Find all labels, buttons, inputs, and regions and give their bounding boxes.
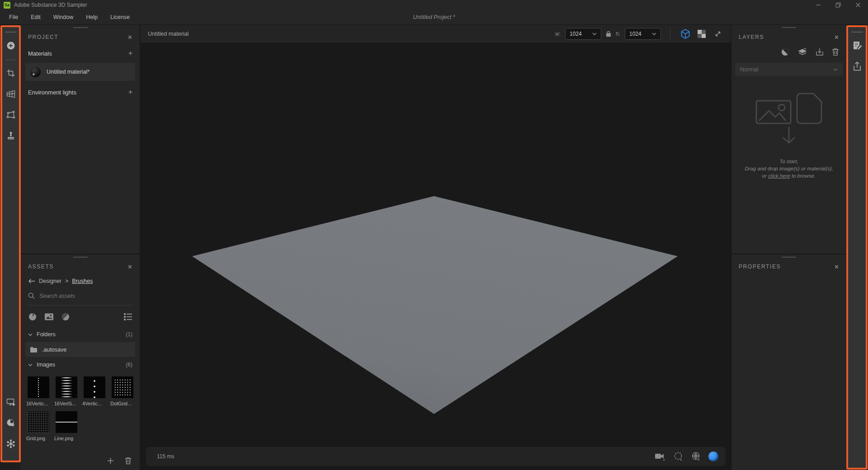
filter-smart-materials-icon[interactable] [61, 312, 70, 321]
materials-section-header[interactable]: Materials + [21, 45, 140, 62]
fullscreen-icon[interactable] [712, 28, 724, 40]
environment-settings-icon[interactable] [3, 415, 19, 431]
add-material-icon[interactable]: + [128, 50, 132, 57]
view-3d-icon[interactable] [679, 28, 691, 40]
material-plane [192, 196, 678, 414]
width-select[interactable]: 1024 [565, 28, 601, 40]
images-label: Images [37, 362, 55, 368]
asset-label: DotGrid... [110, 401, 135, 406]
folders-group-header[interactable]: Folders (1) [21, 327, 140, 342]
asset-image-item[interactable]: Grid.png [27, 411, 50, 441]
close-icon[interactable] [848, 0, 868, 10]
delete-layer-icon[interactable] [832, 48, 839, 56]
project-panel-drag-handle[interactable] [73, 27, 88, 28]
viewport-3d-canvas[interactable] [141, 43, 731, 470]
share-export-icon[interactable] [849, 59, 865, 74]
right-panel-column: LAYERS ✕ Normal [731, 25, 846, 470]
properties-panel-drag-handle[interactable] [782, 257, 796, 258]
dropzone-icons [755, 93, 822, 124]
lock-aspect-icon[interactable] [606, 31, 611, 37]
add-asset-icon[interactable] [107, 457, 114, 464]
filter-materials-icon[interactable] [28, 312, 37, 321]
folder-item-autosave[interactable]: .autosave [25, 342, 135, 357]
height-value: 1024 [629, 31, 642, 37]
minimize-icon[interactable] [808, 0, 828, 10]
environment-rotation-icon[interactable] [691, 451, 701, 461]
file-placeholder-icon [796, 93, 822, 124]
viewport-bottom-icons [655, 451, 718, 461]
perspective-grid-tool-icon[interactable] [3, 86, 19, 102]
environment-lights-section-header[interactable]: Environment lights + [21, 84, 140, 101]
menu-edit[interactable]: Edit [24, 14, 47, 20]
dropzone-line3-pre: or [762, 173, 768, 179]
view-2d-icon[interactable] [696, 28, 708, 40]
asset-label: Line.png [54, 436, 79, 441]
menu-license[interactable]: License [104, 14, 136, 20]
plugins-icon[interactable] [3, 436, 19, 451]
crop-tool-icon[interactable] [3, 66, 19, 81]
search-input[interactable] [39, 293, 121, 299]
toolbar-drag-handle[interactable] [851, 32, 863, 33]
asset-thumbnail [27, 411, 50, 433]
asset-image-item[interactable]: 16VertS... [55, 376, 78, 406]
folder-name: .autosave [42, 347, 66, 353]
image-grid: 16Vertic... 16VertS... 4Vertic... DotGri… [21, 372, 140, 445]
breadcrumb-separator: > [65, 278, 68, 284]
turntable-icon[interactable] [673, 451, 683, 461]
image-placeholder-icon [755, 100, 792, 124]
asset-label: 16VertS... [54, 401, 79, 406]
camera-icon[interactable] [655, 452, 665, 461]
viewport-header: Untitled material w: 1024 h: 1024 [141, 25, 731, 43]
width-label: w: [555, 31, 561, 37]
add-environment-light-icon[interactable]: + [128, 89, 132, 96]
assets-panel-title: ASSETS [28, 263, 54, 270]
breadcrumb-current[interactable]: Brushes [72, 278, 93, 284]
layers-panel: LAYERS ✕ Normal [731, 25, 846, 254]
asset-image-item[interactable]: 4Vertic... [83, 376, 106, 406]
breadcrumb: Designer > Brushes [21, 274, 140, 290]
browse-link[interactable]: click here [768, 173, 790, 179]
height-select[interactable]: 1024 [625, 28, 661, 40]
material-list-item[interactable]: Untitled material* [25, 63, 135, 81]
filter-images-icon[interactable] [44, 313, 54, 321]
viewport-tab[interactable]: Untitled material [148, 31, 189, 37]
edit-document-icon[interactable] [849, 38, 865, 53]
asset-image-item[interactable]: Line.png [55, 411, 78, 441]
asset-image-item[interactable]: 16Vertic... [27, 376, 50, 406]
project-close-icon[interactable]: ✕ [127, 34, 132, 40]
add-resource-icon[interactable] [3, 38, 19, 53]
project-panel-title: PROJECT [28, 34, 58, 40]
properties-close-icon[interactable]: ✕ [834, 264, 839, 270]
viewport: Untitled material w: 1024 h: 1024 [141, 25, 731, 470]
breadcrumb-parent[interactable]: Designer [39, 278, 61, 284]
layers-dropzone[interactable]: To start, Drag and drop image(s) or mate… [731, 93, 846, 179]
restore-icon[interactable] [828, 0, 848, 10]
clone-stamp-tool-icon[interactable] [3, 128, 19, 143]
warp-transform-tool-icon[interactable] [3, 107, 19, 122]
back-arrow-icon[interactable] [28, 278, 35, 284]
display-settings-icon[interactable] [3, 395, 19, 410]
assets-close-icon[interactable]: ✕ [127, 264, 132, 270]
asset-image-item[interactable]: DotGrid... [111, 376, 134, 406]
dropzone-line2: Drag and drop image(s) or material(s), [745, 166, 833, 171]
properties-panel: PROPERTIES ✕ [731, 254, 846, 470]
delete-asset-icon[interactable] [125, 457, 132, 465]
material-ball-view-icon[interactable] [708, 451, 718, 461]
menu-window[interactable]: Window [47, 14, 80, 20]
add-effect-layer-icon[interactable] [797, 47, 807, 56]
add-adjustment-icon[interactable] [781, 47, 790, 56]
toolbar-drag-handle[interactable] [5, 32, 17, 33]
right-toolbar [846, 25, 868, 470]
menu-help[interactable]: Help [80, 14, 104, 20]
controls-divider [670, 28, 670, 40]
menu-file[interactable]: File [3, 14, 24, 20]
assets-panel-drag-handle[interactable] [73, 257, 88, 258]
images-group-header[interactable]: Images (6) [21, 357, 140, 372]
list-view-icon[interactable] [123, 313, 132, 321]
assets-panel: ASSETS ✕ Designer > Brushes [21, 254, 140, 470]
layers-close-icon[interactable]: ✕ [834, 34, 839, 40]
import-layer-icon[interactable] [815, 47, 824, 56]
layers-panel-drag-handle[interactable] [782, 27, 796, 28]
blend-mode-select[interactable]: Normal [735, 63, 843, 76]
dropzone-text: To start, Drag and drop image(s) or mate… [745, 158, 833, 179]
